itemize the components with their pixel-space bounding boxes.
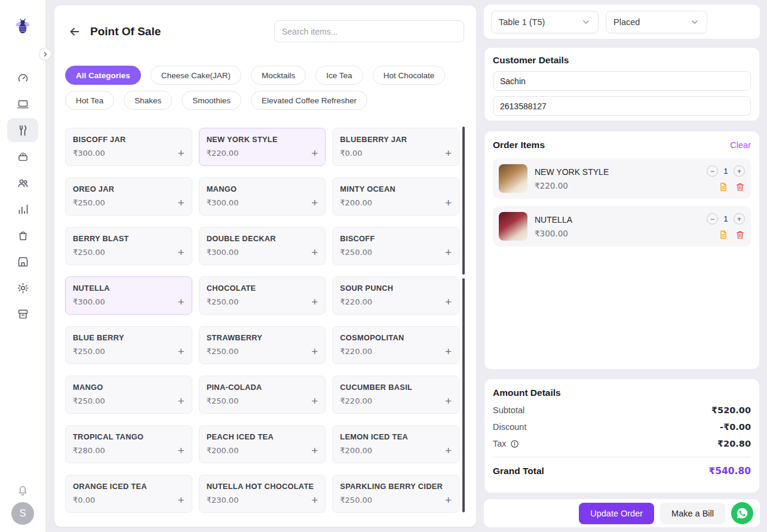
product-card[interactable]: BISCOFF ₹250.00 +	[332, 227, 459, 265]
sidebar-item-inventory[interactable]	[7, 302, 38, 326]
increase-qty-button[interactable]: +	[734, 165, 745, 177]
product-price: ₹200.00	[340, 446, 372, 455]
add-product-button[interactable]: +	[178, 346, 185, 357]
add-product-button[interactable]: +	[311, 296, 318, 307]
table-select[interactable]: Table 1 (T5)	[491, 11, 599, 33]
product-card[interactable]: CHOCOLATE ₹250.00 +	[199, 276, 326, 315]
increase-qty-button[interactable]: +	[734, 213, 745, 225]
add-product-button[interactable]: +	[311, 395, 318, 407]
add-product-button[interactable]: +	[178, 147, 185, 159]
product-price: ₹220.00	[340, 347, 372, 356]
product-card[interactable]: SOUR PUNCH ₹220.00 +	[332, 276, 459, 315]
customer-name-input[interactable]	[493, 71, 751, 91]
make-a-bill-button[interactable]: Make a Bill	[660, 503, 725, 524]
sidebar-item-kitchen[interactable]	[7, 144, 38, 168]
amount-value: ₹520.00	[711, 405, 751, 415]
add-product-button[interactable]: +	[178, 197, 185, 208]
add-product-button[interactable]: +	[311, 147, 318, 159]
add-product-button[interactable]: +	[311, 445, 318, 456]
add-product-button[interactable]: +	[445, 197, 452, 208]
add-product-button[interactable]: +	[445, 147, 452, 159]
add-product-button[interactable]: +	[445, 395, 452, 407]
add-product-button[interactable]: +	[178, 494, 185, 506]
product-card[interactable]: MINTY OCEAN ₹200.00 +	[332, 177, 459, 216]
sidebar-item-store[interactable]	[7, 250, 38, 273]
delete-item-button[interactable]	[735, 230, 745, 239]
category-pill[interactable]: Mocktails	[251, 66, 306, 85]
scrollbar-thumb[interactable]	[462, 127, 465, 275]
product-card[interactable]: MANGO ₹250.00 +	[65, 376, 192, 414]
item-note-button[interactable]	[719, 230, 728, 239]
product-card[interactable]: LEMON ICED TEA ₹200.00 +	[332, 425, 459, 463]
add-product-button[interactable]: +	[311, 247, 318, 258]
clear-order-button[interactable]: Clear	[730, 140, 751, 150]
category-pill[interactable]: Smoothies	[182, 91, 241, 110]
product-name: DOUBLE DECKAR	[207, 234, 318, 243]
category-pill[interactable]: Cheese Cake(JAR)	[151, 66, 241, 85]
update-order-button[interactable]: Update Order	[579, 503, 654, 524]
add-product-button[interactable]: +	[445, 296, 452, 307]
sidebar-item-pos-restaurant[interactable]	[7, 118, 38, 142]
product-card[interactable]: TROPICAL TANGO ₹280.00 +	[65, 425, 192, 463]
info-icon[interactable]	[510, 439, 519, 448]
add-product-button[interactable]: +	[445, 346, 452, 357]
sidebar-item-settings[interactable]	[7, 276, 38, 300]
product-card[interactable]: BERRY BLAST ₹250.00 +	[65, 227, 192, 265]
product-card[interactable]: NEW YORK STYLE ₹220.00 +	[199, 128, 326, 166]
search-input[interactable]	[274, 20, 464, 42]
add-product-button[interactable]: +	[178, 445, 185, 456]
scrollbar-thumb[interactable]	[462, 278, 465, 512]
product-card[interactable]: MANGO ₹300.00 +	[199, 177, 326, 216]
add-product-button[interactable]: +	[445, 445, 452, 456]
product-card[interactable]: BISCOFF JAR ₹300.00 +	[65, 128, 192, 166]
orders-bag-icon	[17, 229, 29, 242]
notifications-button[interactable]	[16, 484, 29, 499]
add-product-button[interactable]: +	[178, 296, 185, 307]
customer-phone-input[interactable]	[493, 96, 751, 116]
product-name: CHOCOLATE	[207, 284, 318, 293]
add-product-button[interactable]: +	[311, 197, 318, 208]
sidebar-expand-button[interactable]	[39, 48, 51, 60]
user-avatar[interactable]: S	[11, 502, 34, 525]
sidebar-item-orders[interactable]	[7, 223, 38, 247]
product-card[interactable]: BLUEBERRY JAR ₹0.00 +	[332, 128, 459, 166]
add-product-button[interactable]: +	[178, 247, 185, 258]
product-card[interactable]: STRAWBERRY ₹250.00 +	[199, 326, 326, 364]
product-card[interactable]: DOUBLE DECKAR ₹300.00 +	[199, 227, 326, 265]
sidebar-item-analytics[interactable]	[7, 197, 38, 221]
order-actions-bar: Update Order Make a Bill	[484, 499, 760, 527]
category-pill[interactable]: All Categories	[65, 66, 141, 85]
product-card[interactable]: NUTELLA HOT CHOCOLATE ₹230.00 +	[199, 475, 326, 513]
add-product-button[interactable]: +	[178, 395, 185, 407]
product-card[interactable]: OREO JAR ₹250.00 +	[65, 177, 192, 216]
sidebar-item-customers[interactable]	[7, 171, 38, 195]
order-status-select[interactable]: Placed	[606, 11, 707, 33]
product-card[interactable]: ORANGE ICED TEA ₹0.00 +	[65, 475, 192, 513]
category-pill[interactable]: Shakes	[124, 91, 172, 110]
product-card[interactable]: PINA-COLADA ₹250.00 +	[199, 376, 326, 414]
decrease-qty-button[interactable]: −	[707, 213, 718, 225]
back-button[interactable]	[66, 23, 83, 40]
product-card[interactable]: COSMOPOLITAN ₹220.00 +	[332, 326, 459, 364]
product-card[interactable]: NUTELLA ₹300.00 +	[65, 276, 192, 315]
add-product-button[interactable]: +	[311, 494, 318, 506]
amount-details-card: Amount Details Subtotal ₹520.00 Discount	[484, 379, 760, 493]
product-card[interactable]: SPARKLING BERRY CIDER ₹250.00 +	[332, 475, 459, 513]
add-product-button[interactable]: +	[445, 494, 452, 506]
add-product-button[interactable]: +	[445, 247, 452, 258]
product-card[interactable]: PEACH ICED TEA ₹200.00 +	[199, 425, 326, 463]
category-pill[interactable]: Elevated Coffee Refresher	[251, 91, 367, 110]
item-note-button[interactable]	[719, 182, 728, 192]
product-card[interactable]: CUCUMBER BASIL ₹220.00 +	[332, 376, 459, 414]
category-pill[interactable]: Hot Chocolate	[373, 66, 446, 85]
category-pill[interactable]: Ice Tea	[315, 66, 363, 85]
delete-item-button[interactable]	[735, 182, 745, 192]
product-card[interactable]: BLUE BERRY ₹250.00 +	[65, 326, 192, 364]
decrease-qty-button[interactable]: −	[707, 165, 718, 177]
sidebar-item-dashboard[interactable]	[7, 66, 38, 90]
add-product-button[interactable]: +	[311, 346, 318, 357]
bell-icon	[16, 484, 29, 497]
category-pill[interactable]: Hot Tea	[65, 91, 114, 110]
whatsapp-button[interactable]	[731, 502, 753, 524]
sidebar-item-terminal[interactable]	[7, 92, 38, 116]
